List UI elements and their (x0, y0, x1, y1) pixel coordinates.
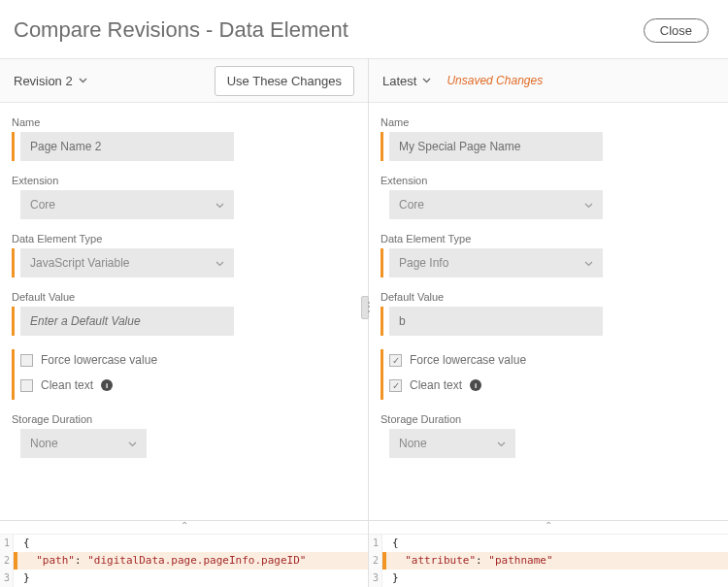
chevron-down-icon (215, 198, 224, 212)
pane-resize-handle[interactable] (361, 296, 369, 319)
revision-selector-left[interactable]: Revision 2 (14, 74, 87, 88)
code-line: 2 "path": "digitalData.page.pageInfo.pag… (0, 552, 368, 570)
chevron-down-icon (215, 256, 224, 270)
storage-select[interactable]: None (20, 429, 147, 458)
revision-selector-right[interactable]: Latest (382, 74, 431, 88)
name-label: Name (12, 116, 356, 128)
force-lowercase-checkbox[interactable] (389, 354, 402, 367)
change-marker (12, 349, 15, 375)
default-label: Default Value (12, 291, 356, 303)
page-title: Compare Revisions - Data Element (14, 17, 348, 43)
extension-label: Extension (12, 175, 356, 186)
revision-label: Latest (382, 74, 416, 88)
force-lowercase-label: Force lowercase value (410, 353, 526, 367)
change-marker (12, 248, 15, 277)
change-marker (381, 349, 383, 375)
extension-select[interactable]: Core (389, 190, 603, 219)
extension-select[interactable]: Core (20, 190, 234, 219)
use-these-changes-button[interactable]: Use These Changes (215, 66, 354, 96)
default-value-field[interactable]: b (389, 307, 603, 336)
collapse-handle[interactable]: ⌃ (0, 521, 368, 535)
storage-label: Storage Duration (12, 413, 356, 425)
chevron-down-icon (584, 198, 593, 212)
unsaved-changes-badge: Unsaved Changes (447, 74, 543, 87)
force-lowercase-checkbox[interactable] (20, 354, 33, 367)
storage-label: Storage Duration (381, 413, 716, 425)
name-field[interactable]: My Special Page Name (389, 132, 603, 161)
name-field[interactable]: Page Name 2 (20, 132, 234, 161)
clean-text-label: Clean text (41, 378, 93, 392)
change-marker (12, 375, 15, 400)
type-select[interactable]: Page Info (389, 248, 603, 277)
code-line: 2 "attribute": "pathname" (369, 552, 728, 570)
change-marker (381, 375, 383, 400)
code-line: 1{ (0, 535, 368, 552)
chevron-down-icon (422, 78, 431, 83)
type-label: Data Element Type (12, 233, 356, 245)
force-lowercase-label: Force lowercase value (41, 353, 157, 367)
storage-select[interactable]: None (389, 429, 515, 458)
close-button[interactable]: Close (644, 18, 709, 43)
left-pane-header: Revision 2 Use These Changes (0, 58, 368, 103)
type-label: Data Element Type (381, 233, 716, 245)
code-line: 1{ (369, 535, 728, 552)
clean-text-checkbox[interactable] (389, 379, 402, 392)
clean-text-label: Clean text (410, 378, 462, 392)
chevron-down-icon (497, 437, 506, 450)
change-marker (381, 307, 383, 336)
type-select[interactable]: JavaScript Variable (20, 248, 234, 277)
default-value-field[interactable]: Enter a Default Value (20, 307, 234, 336)
code-block-left: ⌃ 1{2 "path": "digitalData.page.pageInfo… (0, 520, 368, 587)
clean-text-checkbox[interactable] (20, 379, 33, 392)
name-label: Name (381, 116, 716, 128)
change-marker (12, 307, 15, 336)
chevron-down-icon (584, 256, 593, 270)
extension-label: Extension (381, 175, 716, 186)
change-marker (381, 248, 383, 277)
info-icon[interactable]: i (101, 379, 113, 391)
change-marker (381, 132, 383, 161)
collapse-handle[interactable]: ⌃ (369, 521, 728, 535)
chevron-down-icon (79, 78, 87, 83)
code-block-right: ⌃ 1{2 "attribute": "pathname"3} (369, 520, 728, 587)
change-marker (12, 132, 15, 161)
code-line: 3} (369, 570, 728, 587)
code-line: 3} (0, 570, 368, 587)
chevron-down-icon (128, 437, 137, 450)
right-pane-header: Latest Unsaved Changes (369, 58, 728, 103)
default-label: Default Value (381, 291, 716, 303)
info-icon[interactable]: i (470, 379, 481, 391)
revision-label: Revision 2 (14, 74, 73, 88)
